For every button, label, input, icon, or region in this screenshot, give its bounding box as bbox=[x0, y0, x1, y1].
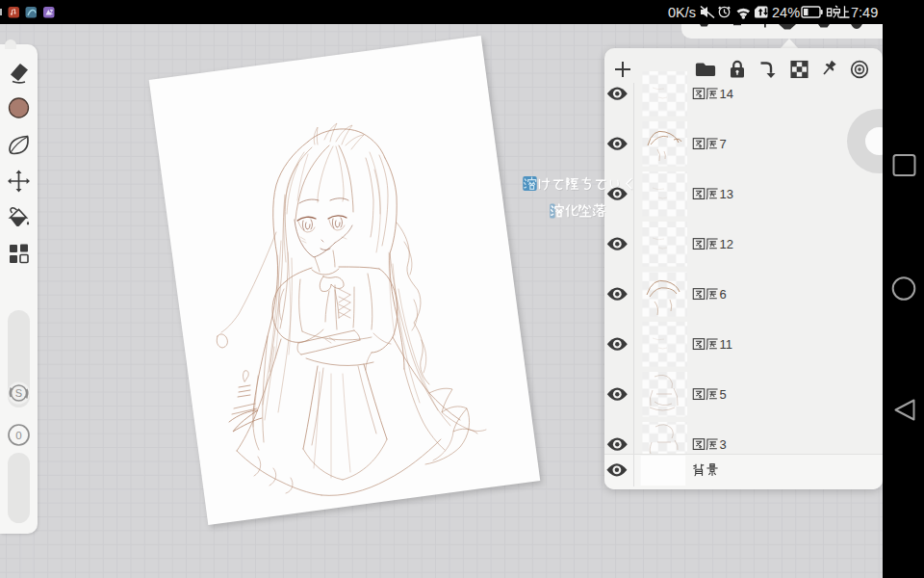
svg-text:14: 14 bbox=[720, 87, 733, 101]
svg-text:13: 13 bbox=[720, 187, 733, 201]
svg-text:0K/s: 0K/s bbox=[668, 5, 696, 20]
svg-text:S: S bbox=[15, 387, 22, 399]
svg-text:12: 12 bbox=[720, 237, 733, 251]
svg-text:6: 6 bbox=[720, 287, 727, 302]
svg-text:7:49: 7:49 bbox=[851, 5, 878, 20]
svg-text:0: 0 bbox=[15, 430, 21, 441]
svg-text:5: 5 bbox=[720, 387, 727, 402]
svg-text:3: 3 bbox=[720, 437, 727, 452]
svg-text:24%: 24% bbox=[772, 5, 800, 20]
svg-text:7: 7 bbox=[720, 137, 727, 151]
svg-text:11: 11 bbox=[720, 337, 733, 352]
